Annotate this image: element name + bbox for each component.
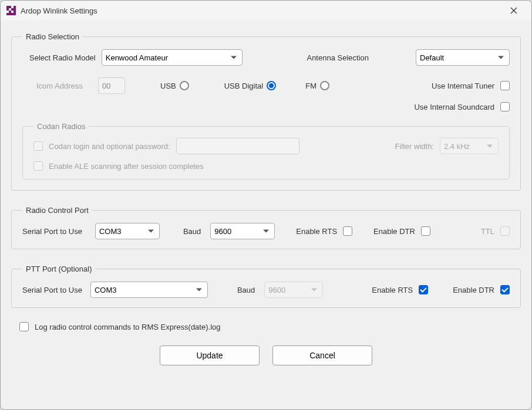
use-internal-tuner-label: Use Internal Tuner [432,82,494,90]
ptt-rts-label: Enable RTS [372,286,413,294]
radio-selection-legend: Radio Selection [22,32,83,41]
ptt-dtr-label: Enable DTR [453,286,494,294]
mode-fm-radio[interactable]: FM [305,81,329,90]
control-baud-label: Baud [183,227,201,236]
control-serial-port-label: Serial Port to Use [22,227,82,236]
ptt-baud-label: Baud [237,286,255,294]
control-rts-checkbox[interactable] [343,226,352,236]
control-rts-label: Enable RTS [296,227,337,236]
enable-ale-checkbox [33,161,43,171]
codan-radios-legend: Codan Radios [33,122,89,131]
app-icon [6,6,16,15]
select-radio-model-label: Select Radio Model [29,53,96,62]
ptt-dtr-checkbox[interactable] [500,285,510,294]
ptt-port-legend: PTT Port (Optional) [22,265,95,273]
window-title: Ardop Winlink Settings [21,6,502,15]
control-dtr-checkbox[interactable] [421,226,430,236]
svg-rect-2 [11,11,14,13]
ptt-serial-port-dropdown[interactable]: COM3 [90,282,208,298]
codan-login-label: Codan login and optional password: [49,142,170,151]
titlebar: Ardop Winlink Settings [1,1,531,21]
svg-rect-3 [6,11,9,13]
dialog-window: Ardop Winlink Settings Radio Selection S… [0,0,532,410]
antenna-selection-label: Antenna Selection [307,53,369,62]
svg-rect-4 [11,6,14,8]
control-dtr-label: Enable DTR [373,227,415,236]
ptt-port-group: PTT Port (Optional) Serial Port to Use C… [11,265,521,308]
select-radio-model-dropdown[interactable]: Kenwood Amateur [102,49,243,66]
radio-icon [320,81,329,90]
log-commands-label: Log radio control commands to RMS Expres… [35,323,220,331]
mode-usb-label: USB [160,82,176,90]
use-internal-soundcard-checkbox[interactable] [500,102,510,111]
icom-address-field [98,77,125,94]
use-internal-soundcard-label: Use Internal Soundcard [414,103,494,111]
filter-width-dropdown: 2.4 kHz [440,138,499,154]
radio-icon [180,81,189,90]
icom-address-label: Icom Address [36,82,92,90]
radio-control-port-legend: Radio Control Port [22,206,92,215]
radio-selection-group: Radio Selection Select Radio Model Kenwo… [11,32,521,191]
codan-login-checkbox [33,141,43,151]
mode-usb-digital-radio[interactable]: USB Digital [224,81,276,90]
dialog-content: Radio Selection Select Radio Model Kenwo… [1,21,531,409]
use-internal-tuner-checkbox[interactable] [500,81,510,90]
filter-width-label: Filter width: [395,142,434,151]
control-baud-dropdown[interactable]: 9600 [210,223,275,239]
antenna-selection-dropdown[interactable]: Default [416,49,510,66]
control-ttl-checkbox [500,226,510,236]
window-close-button[interactable] [502,1,526,21]
mode-usb-digital-label: USB Digital [224,82,263,90]
log-commands-checkbox[interactable] [19,322,29,331]
mode-usb-radio[interactable]: USB [160,81,189,90]
control-serial-port-dropdown[interactable]: COM3 [95,223,160,239]
cancel-button[interactable]: Cancel [272,345,372,365]
enable-ale-label: Enable ALE scanning after session comple… [49,162,204,171]
radio-control-port-group: Radio Control Port Serial Port to Use CO… [11,206,521,249]
mode-fm-label: FM [305,82,316,90]
ptt-rts-checkbox[interactable] [419,285,428,294]
codan-login-field [176,138,299,154]
codan-radios-group: Codan Radios Codan login and optional pa… [22,122,510,179]
radio-icon [267,81,276,90]
close-icon [510,7,517,14]
update-button[interactable]: Update [160,345,260,365]
ptt-serial-port-label: Serial Port to Use [22,286,82,294]
control-ttl-label: TTL [481,227,494,236]
ptt-baud-dropdown: 9600 [264,282,323,298]
svg-rect-1 [9,8,11,11]
